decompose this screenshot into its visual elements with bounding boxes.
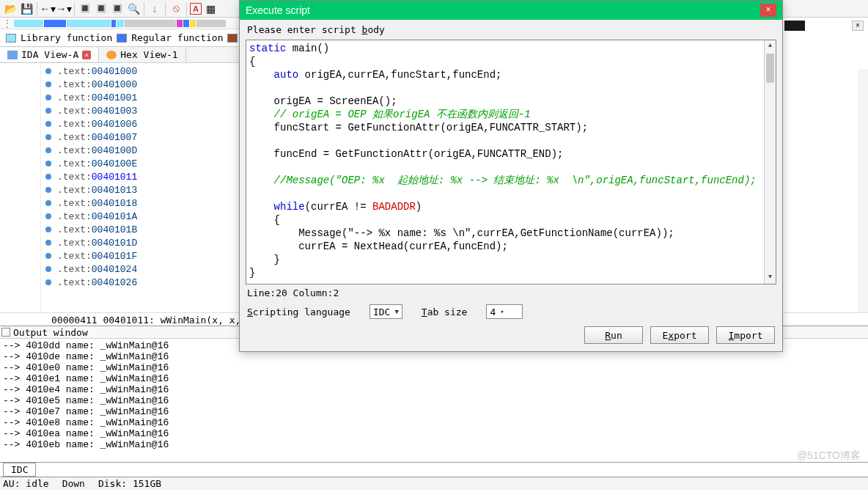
nav-seg[interactable] (44, 20, 66, 27)
execute-script-dialog: Execute script × Please enter script bod… (239, 0, 783, 352)
tab-ida-view-a[interactable]: IDA View-A × (0, 48, 99, 62)
output-body[interactable]: --> 4010dd name: _wWinMain@16 --> 4010de… (0, 339, 868, 462)
export-button[interactable]: Export (650, 326, 709, 344)
view-icon (7, 51, 18, 59)
address-text: .text:00401018 (57, 198, 137, 209)
cursor-pos: Line:20 Column:2 (247, 287, 339, 298)
nav-dark-seg (784, 21, 805, 31)
open-icon[interactable]: 📂 (3, 1, 18, 16)
bottom-tabs: IDC (0, 462, 868, 477)
scroll-down-icon[interactable]: ▾ (765, 272, 776, 284)
legend-lib-label: Library function (21, 32, 112, 43)
address-text: .text:00401000 (57, 79, 137, 90)
toolbar-separator (165, 2, 166, 15)
bullet-icon (45, 200, 51, 206)
binary-icon[interactable]: 🔳 (78, 1, 92, 16)
address-text: .text:00401026 (57, 277, 137, 288)
grid-icon[interactable]: ▦ (203, 1, 218, 16)
nav-seg[interactable] (125, 20, 176, 27)
address-text: .text:0040101B (57, 224, 137, 235)
status-down: Down (62, 478, 85, 489)
lang-combo[interactable]: IDC ▼ (369, 304, 402, 319)
address-text: .text:0040101F (57, 251, 137, 262)
nav-seg[interactable] (111, 20, 116, 27)
address-text: .text:0040101D (57, 238, 137, 249)
down-icon[interactable]: ↓ (147, 1, 162, 16)
legend-lib-icon (6, 34, 16, 43)
output-icon (1, 328, 10, 337)
bullet-icon (45, 213, 51, 219)
close-icon[interactable]: × (760, 4, 776, 17)
hex-icon (106, 51, 117, 59)
right-navbar[interactable] (858, 63, 868, 312)
bullet-icon (45, 121, 51, 127)
chevron-down-icon: ▾ (500, 308, 504, 315)
bullet-icon (45, 161, 51, 166)
nav-seg[interactable] (177, 20, 183, 27)
bullet-icon (45, 147, 51, 153)
bullet-icon (45, 187, 51, 193)
bullet-icon (45, 68, 51, 74)
tab-hex-view-1[interactable]: Hex View-1 (99, 48, 185, 62)
address-text: .text:00401003 (57, 106, 137, 117)
bullet-icon (45, 108, 51, 114)
cancel-icon[interactable]: ⦸ (169, 1, 183, 16)
script-editor[interactable]: static main() { auto origEA,currEA,funcS… (246, 40, 776, 284)
import-button[interactable]: Import (716, 326, 775, 344)
bullet-icon (45, 227, 51, 232)
address-text: .text:00401000 (57, 66, 137, 77)
bullet-icon (45, 240, 51, 246)
nav-seg[interactable] (196, 20, 226, 27)
legend-reg-label: Regular function (131, 32, 223, 43)
nav-seg[interactable] (183, 20, 189, 27)
tab-label: IDA View-A (21, 49, 78, 60)
tab-label: Hex View-1 (120, 49, 177, 60)
toolbar-separator (37, 2, 37, 15)
save-icon[interactable]: 💾 (19, 1, 34, 16)
status-au: AU: idle (3, 478, 49, 489)
fwd-icon[interactable]: →▾ (56, 1, 71, 16)
scrollbar-vertical[interactable]: ▴ ▾ (764, 40, 776, 284)
address-text: .text:0040100E (57, 158, 137, 169)
tabsize-combo[interactable]: 4 ▾ (486, 304, 523, 319)
tabsize-label: Tab size (422, 306, 468, 317)
bottom-status: AU: idle Down Disk: 151GB (0, 477, 868, 490)
scroll-up-icon[interactable]: ▴ (765, 40, 776, 52)
output-title: Output window (13, 327, 88, 338)
bullet-icon (45, 253, 51, 259)
bullet-icon (45, 279, 51, 285)
options-row: Scripting language IDC ▼ Tab size 4 ▾ (240, 301, 782, 326)
run-button[interactable]: Run (584, 326, 643, 344)
legend-reg-icon (117, 34, 127, 43)
scroll-thumb[interactable] (766, 54, 774, 83)
close-icon[interactable]: × (82, 51, 91, 59)
watermark: @51CTO博客 (797, 449, 861, 463)
nav-seg[interactable] (14, 20, 43, 27)
address-text: .text:00401001 (57, 92, 137, 103)
bullet-icon (45, 81, 51, 87)
toolbar-separator (186, 2, 187, 15)
nav-seg[interactable] (117, 20, 124, 27)
paste-icon[interactable]: 🔳 (110, 1, 125, 16)
address-text: .text:00401013 (57, 185, 137, 196)
nav-handle-icon[interactable]: ⋮ (3, 18, 12, 29)
address-text: .text:0040101A (57, 211, 137, 222)
find-icon[interactable]: 🔍 (126, 1, 141, 16)
bullet-icon (45, 266, 51, 272)
tabsize-value: 4 (490, 306, 496, 317)
gutter (0, 63, 41, 312)
copy-icon[interactable]: 🔳 (94, 1, 108, 16)
lang-label: Scripting language (247, 306, 350, 317)
close-icon[interactable]: × (852, 21, 864, 31)
right-panel: × (780, 18, 868, 69)
dialog-titlebar[interactable]: Execute script × (240, 1, 782, 20)
status-disk: Disk: 151GB (98, 478, 161, 489)
toolbar-separator (74, 2, 75, 15)
nav-seg[interactable] (190, 20, 196, 27)
tab-idc[interactable]: IDC (3, 463, 36, 477)
back-icon[interactable]: ←▾ (40, 1, 55, 16)
bullet-icon (45, 134, 51, 140)
text-icon[interactable]: A (190, 3, 202, 15)
address-text: .text:00401011 (57, 172, 137, 183)
nav-seg[interactable] (67, 20, 111, 27)
